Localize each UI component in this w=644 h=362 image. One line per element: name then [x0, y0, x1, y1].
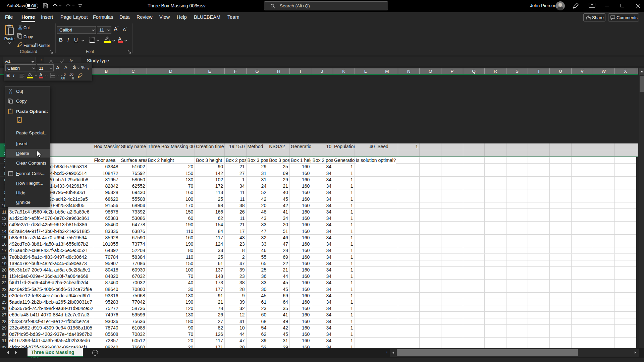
svg-text:A: A — [18, 119, 20, 122]
